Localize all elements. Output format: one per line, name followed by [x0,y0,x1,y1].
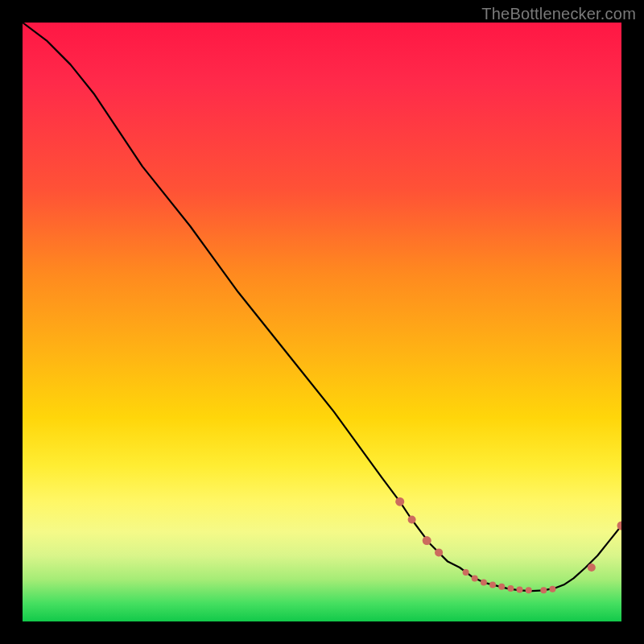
data-marker [549,586,555,592]
data-marker [481,580,487,586]
data-marker [617,522,622,530]
data-marker [588,564,596,572]
data-marker [489,582,496,588]
data-markers [395,497,621,594]
data-marker [408,516,416,524]
watermark-text: TheBottlenecker.com [481,5,636,23]
data-marker [435,548,443,556]
curve-svg [23,23,621,621]
data-marker [526,587,532,593]
chart-frame: TheBottlenecker.com [0,0,644,644]
data-marker [507,585,514,592]
bottleneck-curve [23,23,621,591]
data-marker [423,536,431,545]
data-marker [472,575,478,581]
data-marker [517,587,523,593]
data-marker [498,584,505,590]
data-marker [463,569,469,576]
data-marker [395,497,404,506]
data-marker [540,587,547,593]
chart-plot-area [23,23,621,621]
